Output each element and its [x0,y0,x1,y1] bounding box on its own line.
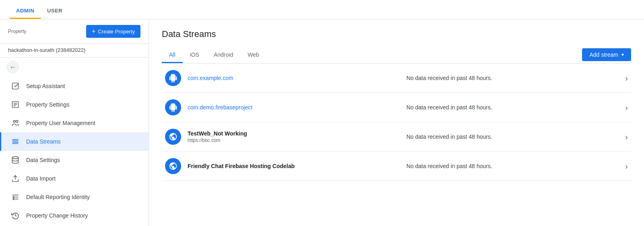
web-stream-icon [165,158,181,174]
sidebar-item-label: Default Reporting Identity [26,194,90,200]
add-stream-button[interactable]: Add stream ▾ [582,48,631,61]
history-icon [11,211,20,220]
sidebar-item-setup-assistant[interactable]: Setup Assistant [0,77,149,95]
main-layout: Property + Create Property hackathon-in-… [0,19,644,226]
content-area: Data Streams All iOS Android Web Add str… [149,19,644,226]
sidebar-item-label: Data Settings [26,157,60,163]
tab-user[interactable]: USER [41,2,69,19]
sidebar-item-label: Property Change History [26,212,88,219]
upload-icon [11,174,20,183]
filter-bar: All iOS Android Web Add stream ▾ [162,47,631,64]
android-stream-icon [165,70,181,86]
sidebar-item-data-settings[interactable]: Data Settings [0,151,149,169]
add-stream-label: Add stream [589,51,618,58]
stream-info: Friendly Chat Firebase Hosting Codelab [188,163,407,169]
sidebar-item-property-user-management[interactable]: Property User Management [0,114,149,132]
sidebar-item-label: Property Settings [26,101,69,108]
sidebar-item-data-streams[interactable]: Data Streams [0,132,149,151]
stream-info: com.example.com [188,75,407,81]
sidebar-item-label: Setup Assistant [26,83,65,89]
sidebar-item-data-import[interactable]: Data Import [0,169,149,188]
stream-chevron-icon: › [625,162,628,171]
back-button[interactable]: ← [6,61,19,74]
sidebar-item-property-change-history[interactable]: Property Change History [0,206,149,225]
sidebar-item-label: Data Import [26,175,56,182]
svg-rect-0 [12,83,19,89]
stream-row[interactable]: TestWeb_Not Working https://bbc.com No d… [162,122,631,152]
create-property-button[interactable]: + Create Property [86,25,140,38]
stream-url: https://bbc.com [188,138,407,143]
database-icon [11,156,20,164]
stream-info: com.demo.firebaseproject [188,104,407,111]
stream-chevron-icon: › [625,103,628,112]
web-stream-icon [165,129,181,145]
filter-tab-all[interactable]: All [162,47,183,63]
filter-tabs: All iOS Android Web [162,47,266,63]
create-property-label: Create Property [98,29,135,35]
sidebar: Property + Create Property hackathon-in-… [0,19,149,226]
stream-status: No data received in past 48 hours. [407,104,625,111]
stream-row[interactable]: com.demo.firebaseproject No data receive… [162,93,631,122]
sidebar-item-label: Data Streams [26,138,61,145]
stream-list: com.example.com No data received in past… [162,64,631,181]
svg-point-5 [13,120,15,122]
stream-name: TestWeb_Not Working [188,130,407,137]
sidebar-item-property-settings[interactable]: Property Settings [0,95,149,114]
stream-name: com.demo.firebaseproject [188,104,407,111]
top-navigation: ADMIN USER [0,0,644,19]
chevron-down-icon: ▾ [621,52,624,58]
svg-point-6 [16,120,18,122]
tab-admin[interactable]: ADMIN [10,2,41,19]
android-stream-icon [165,99,181,115]
document-icon [11,100,20,109]
stream-status: No data received in past 48 hours. [407,75,625,81]
property-name: hackathon-in-surath (238482022) [0,44,149,58]
filter-tab-android[interactable]: Android [206,47,240,63]
stream-status: No data received in past 48 hours. [407,163,625,169]
streams-icon [11,137,20,146]
property-header: Property + Create Property [0,19,149,44]
stream-row[interactable]: Friendly Chat Firebase Hosting Codelab N… [162,152,631,181]
stream-name: com.example.com [188,75,407,81]
page-title: Data Streams [162,29,631,39]
stream-row[interactable]: com.example.com No data received in past… [162,64,631,93]
sidebar-item-default-reporting-identity[interactable]: Default Reporting Identity [0,188,149,206]
svg-point-16 [13,198,14,199]
sidebar-item-label: Property User Management [26,120,95,126]
checkbox-icon [11,82,20,90]
stream-chevron-icon: › [625,74,628,83]
stream-status: No data received in past 48 hours. [407,134,625,140]
identity-icon [11,193,20,201]
people-icon [11,119,20,127]
plus-icon: + [92,28,95,35]
filter-tab-web[interactable]: Web [240,47,266,63]
filter-tab-ios[interactable]: iOS [183,47,206,63]
svg-point-11 [12,157,19,159]
back-arrow-icon: ← [9,63,17,72]
back-button-row: ← [0,58,149,77]
property-label: Property [8,29,26,34]
stream-name: Friendly Chat Firebase Hosting Codelab [188,163,407,169]
sidebar-nav: Setup Assistant Property Settings [0,77,149,226]
svg-point-14 [13,196,14,197]
stream-info: TestWeb_Not Working https://bbc.com [188,130,407,143]
stream-chevron-icon: › [625,132,628,142]
